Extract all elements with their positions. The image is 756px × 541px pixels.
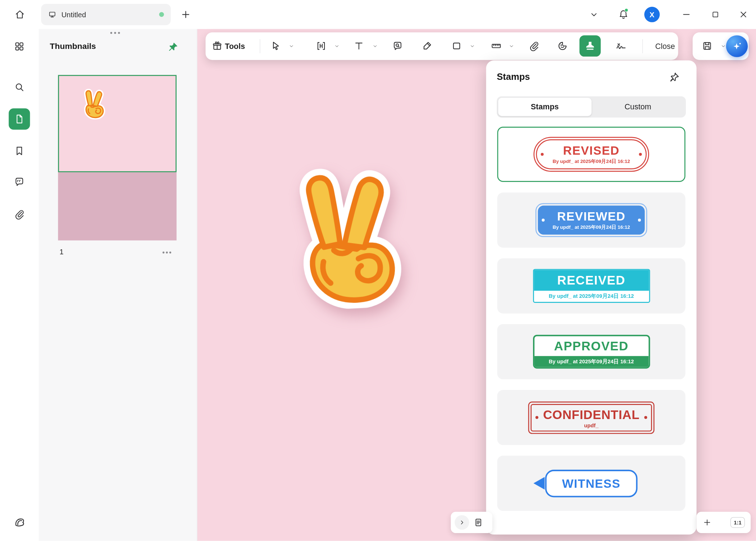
select-tool-dropdown[interactable] (289, 44, 294, 49)
tools-button[interactable] (211, 40, 223, 52)
page-thumbnail-offscreen-area[interactable] (58, 172, 176, 241)
pin-panel-button[interactable] (167, 40, 180, 54)
page-more-button[interactable] (163, 251, 171, 253)
ai-assistant-button[interactable] (726, 35, 748, 57)
save-icon (701, 40, 713, 52)
stamps-panel-title: Stamps (497, 72, 530, 82)
revised-stamp: REVISED By updf_ at 2025年09月24日 16:12 (534, 137, 649, 172)
sidebar-item-search[interactable] (9, 76, 30, 97)
save-dropdown[interactable] (721, 44, 726, 49)
chevron-down-icon (334, 44, 340, 49)
bottom-left-controls (451, 512, 492, 533)
stamp-subtext: updf_ (543, 422, 639, 428)
close-window-button[interactable] (738, 9, 749, 20)
tab-custom[interactable]: Custom (591, 98, 684, 116)
stamp-icon (584, 40, 596, 52)
approved-stamp: APPROVED By updf_ at 2025年09月24日 16:12 (533, 335, 650, 369)
stamp-card-received[interactable]: RECEIVED By updf_ at 2025年09月24日 16:12 (497, 258, 686, 313)
square-icon (451, 40, 462, 52)
page-thumbnail[interactable] (58, 75, 176, 240)
stamps-tab-bar: Stamps Custom (497, 96, 686, 118)
page-icon (14, 113, 25, 125)
sidebar-item-comments[interactable] (9, 171, 30, 192)
home-button[interactable] (12, 8, 28, 21)
peace-hand-sticker-thumbnail (79, 87, 109, 119)
stamp-card-confidential[interactable]: CONFIDENTIAL updf_ (497, 390, 686, 445)
stamp-label: REVISED (552, 144, 630, 158)
sticker-icon (557, 40, 568, 52)
title-bar: Untitled X (0, 0, 756, 29)
chevron-down-icon (289, 44, 294, 49)
text-tool-button[interactable] (353, 40, 365, 52)
signature-icon (615, 40, 627, 52)
peace-hand-sticker[interactable] (276, 154, 423, 312)
chevron-right-icon (458, 519, 466, 527)
select-tool-button[interactable] (270, 40, 281, 52)
stamp-card-approved[interactable]: APPROVED By updf_ at 2025年09月24日 16:12 (497, 324, 686, 379)
highlighter-tool-button[interactable] (421, 40, 433, 52)
account-avatar[interactable]: X (644, 7, 660, 22)
sticker-tool-button[interactable] (557, 40, 568, 52)
left-sidebar (0, 29, 39, 541)
stamp-label: APPROVED (534, 336, 648, 356)
home-icon (14, 9, 26, 20)
stamp-card-revised[interactable]: REVISED By updf_ at 2025年09月24日 16:12 (497, 127, 686, 182)
pushpin-cursor-icon (669, 72, 680, 83)
edit-text-icon (315, 40, 327, 52)
zoom-in-button[interactable] (702, 518, 712, 527)
notifications-button[interactable] (618, 9, 629, 20)
tab-stamps[interactable]: Stamps (498, 98, 591, 116)
measure-tool-button[interactable] (491, 40, 502, 52)
measure-tool-dropdown[interactable] (509, 44, 514, 49)
expand-bottom-bar-button[interactable] (455, 515, 469, 529)
received-stamp: RECEIVED By updf_ at 2025年09月24日 16:12 (533, 269, 650, 303)
pin-stamps-panel-button[interactable] (667, 70, 682, 85)
shapes-tool-dropdown[interactable] (470, 44, 475, 49)
toolbar-divider (260, 39, 260, 53)
edit-text-dropdown[interactable] (334, 44, 340, 49)
shapes-tool-button[interactable] (451, 40, 462, 52)
document-tab[interactable]: Untitled (41, 4, 170, 25)
page-view-button[interactable] (473, 517, 484, 528)
stamp-tool-button[interactable] (579, 35, 601, 56)
panel-resize-handle[interactable] (110, 32, 120, 34)
signature-tool-button[interactable] (615, 40, 627, 52)
sidebar-item-attachments[interactable] (9, 204, 30, 225)
text-tool-dropdown[interactable] (373, 44, 378, 49)
reviewed-stamp: REVIEWED By updf_ at 2025年09月24日 16:12 (536, 203, 647, 237)
stamp-card-reviewed[interactable]: REVIEWED By updf_ at 2025年09月24日 16:12 (497, 192, 686, 247)
attach-file-tool-button[interactable] (528, 40, 540, 52)
stamp-label: WITNESS (562, 476, 621, 490)
thumbnails-panel: Thumbnails 1 (39, 29, 197, 541)
stamp-card-witness[interactable]: WITNESS (497, 456, 686, 511)
bottom-right-controls: 1:1 (697, 512, 751, 533)
bookmark-icon (14, 145, 25, 156)
updf-logo-button[interactable] (9, 512, 30, 533)
paperclip-icon (528, 40, 540, 52)
toolbar-divider (642, 39, 643, 53)
close-toolbar-button[interactable]: Close (647, 32, 683, 60)
witness-arrow (533, 477, 545, 490)
sidebar-item-apps[interactable] (9, 36, 30, 57)
sidebar-item-thumbnails[interactable] (9, 108, 30, 129)
save-button[interactable] (701, 40, 713, 52)
document-tab-icon (48, 10, 56, 19)
page-thumbnail-visible-area[interactable] (58, 75, 176, 172)
maximize-button[interactable] (710, 9, 721, 20)
sidebar-item-bookmarks[interactable] (9, 140, 30, 162)
chevron-down-icon (373, 44, 378, 49)
unsaved-indicator-dot (159, 12, 164, 17)
notification-badge (624, 8, 628, 12)
comment-search-tool-button[interactable] (392, 40, 403, 52)
new-tab-button[interactable] (180, 9, 191, 20)
minimize-button[interactable] (680, 9, 692, 20)
collapse-toolbar-button[interactable] (588, 9, 600, 20)
witness-stamp: WITNESS (545, 469, 638, 497)
ai-sparkle-icon (730, 40, 743, 53)
marker-icon (421, 40, 433, 52)
tools-label[interactable]: Tools (225, 32, 245, 60)
edit-text-tool-button[interactable] (315, 40, 327, 52)
chevron-down-icon (721, 44, 726, 49)
zoom-ratio-button[interactable]: 1:1 (730, 517, 745, 528)
stamp-subtext: By updf_ at 2025年09月24日 16:12 (534, 356, 648, 367)
